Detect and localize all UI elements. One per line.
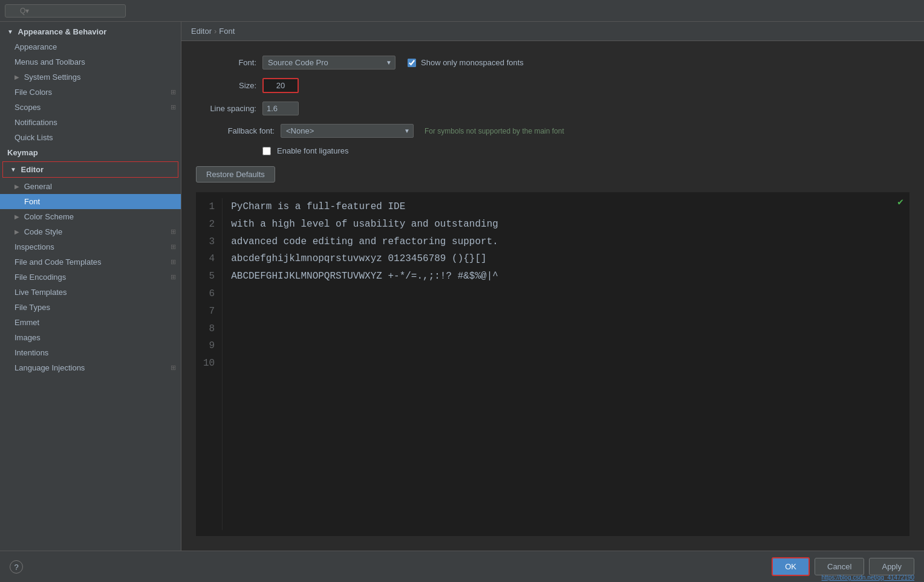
- sidebar-label: File Colors: [15, 88, 171, 97]
- sidebar-item-file-types[interactable]: File Types: [0, 300, 181, 315]
- font-select[interactable]: Source Code Pro: [262, 56, 395, 70]
- arrow-icon: ▼: [10, 166, 16, 173]
- apply-button[interactable]: Apply: [869, 558, 914, 575]
- content-area: Editor › Font Font: Source Code Pro ▼ Sh…: [181, 22, 924, 551]
- copy-icon: ⊞: [171, 258, 176, 266]
- sidebar-item-system-settings[interactable]: ▶ System Settings: [0, 70, 181, 85]
- sidebar-item-file-encodings[interactable]: File Encodings⊞: [0, 270, 181, 285]
- sidebar-item-menus-toolbars[interactable]: Menus and Toolbars: [0, 54, 181, 70]
- fallback-hint: For symbols not supported by the main fo…: [425, 127, 564, 135]
- sidebar-item-emmet[interactable]: Emmet: [0, 315, 181, 330]
- restore-defaults-wrapper: Restore Defaults: [196, 164, 909, 192]
- sidebar-label: Inspections: [15, 242, 171, 251]
- line-number: 3: [203, 233, 215, 251]
- breadcrumb: Editor › Font: [181, 22, 924, 41]
- copy-icon: ⊞: [171, 103, 176, 111]
- ligatures-checkbox[interactable]: [262, 147, 271, 155]
- preview-lines: PyCharm is a full-featured IDEwith a hig…: [223, 198, 909, 530]
- line-number: 6: [203, 285, 215, 303]
- checkmark-icon: ✔: [897, 196, 903, 208]
- sidebar-item-font[interactable]: Font: [0, 194, 181, 209]
- arrow-icon: ▶: [15, 213, 19, 220]
- sidebar-label: Quick Lists: [15, 133, 176, 142]
- line-number: 2: [203, 216, 215, 233]
- ligatures-label: Enable font ligatures: [277, 146, 349, 155]
- sidebar-label: Intentions: [15, 348, 176, 357]
- sidebar-label: Appearance: [15, 42, 176, 51]
- sidebar-label: Keymap: [7, 148, 176, 157]
- sidebar-item-appearance[interactable]: Appearance: [0, 39, 181, 54]
- search-input[interactable]: [5, 4, 126, 18]
- sidebar-item-scopes[interactable]: Scopes⊞: [0, 100, 181, 115]
- sidebar-item-color-scheme[interactable]: ▶ Color Scheme: [0, 209, 181, 224]
- sidebar-item-editor[interactable]: ▼ Editor: [2, 161, 178, 178]
- sidebar-item-intentions[interactable]: Intentions: [0, 345, 181, 360]
- copy-icon: ⊞: [171, 273, 176, 281]
- sidebar-item-file-colors[interactable]: File Colors⊞: [0, 85, 181, 100]
- sidebar-item-file-code-templates[interactable]: File and Code Templates⊞: [0, 254, 181, 270]
- sidebar-item-live-templates[interactable]: Live Templates: [0, 285, 181, 300]
- sidebar-item-general[interactable]: ▶ General: [0, 179, 181, 194]
- sidebar-item-inspections[interactable]: Inspections⊞: [0, 239, 181, 254]
- breadcrumb-current: Font: [219, 27, 235, 36]
- copy-icon: ⊞: [171, 88, 176, 96]
- copy-icon: ⊞: [171, 364, 176, 372]
- top-bar: 🔍: [0, 0, 924, 22]
- line-number: 9: [203, 337, 215, 355]
- arrow-icon: ▶: [15, 228, 19, 235]
- line-number: 5: [203, 268, 215, 285]
- sidebar-item-language-injections[interactable]: Language Injections⊞: [0, 360, 181, 375]
- sidebar-label: General: [24, 182, 176, 191]
- sidebar-item-code-style[interactable]: ▶ Code Style⊞: [0, 224, 181, 239]
- sidebar-label: System Settings: [24, 73, 176, 82]
- sidebar-item-keymap[interactable]: Keymap: [0, 145, 181, 160]
- ok-button[interactable]: OK: [772, 557, 810, 576]
- breadcrumb-separator: ›: [214, 27, 216, 36]
- bottom-link[interactable]: https://blog.csdn.net/qq_41472190: [822, 574, 914, 581]
- preview-line: abcdefghijklmnopqrstuvwxyz 0123456789 ()…: [231, 250, 901, 268]
- line-spacing-input[interactable]: [262, 102, 299, 115]
- fallback-dropdown-wrapper: <None> ▼: [281, 124, 414, 138]
- sidebar-label: Language Injections: [15, 363, 171, 372]
- main-layout: ▼ Appearance & BehaviorAppearanceMenus a…: [0, 22, 924, 551]
- sidebar-label: File and Code Templates: [15, 257, 171, 267]
- fallback-font-label: Fallback font:: [196, 126, 275, 135]
- sidebar-label: Color Scheme: [24, 212, 176, 221]
- monospaced-checkbox[interactable]: [408, 59, 416, 67]
- preview-line: advanced code editing and refactoring su…: [231, 233, 901, 251]
- restore-defaults-button[interactable]: Restore Defaults: [196, 166, 275, 183]
- fallback-font-row: Fallback font: <None> ▼ For symbols not …: [196, 124, 909, 138]
- font-row: Font: Source Code Pro ▼ Show only monosp…: [196, 56, 909, 70]
- sidebar-item-notifications[interactable]: Notifications: [0, 115, 181, 130]
- bottom-bar: ? OK Cancel Apply https://blog.csdn.net/…: [0, 551, 924, 582]
- sidebar-item-quick-lists[interactable]: Quick Lists: [0, 130, 181, 145]
- sidebar-item-appearance-behavior[interactable]: ▼ Appearance & Behavior: [0, 24, 181, 39]
- monospaced-label: Show only monospaced fonts: [421, 58, 524, 67]
- sidebar-label: Font: [24, 197, 176, 206]
- preview-area: 12345678910 PyCharm is a full-featured I…: [196, 192, 909, 536]
- search-wrapper: 🔍: [5, 4, 126, 18]
- cancel-button[interactable]: Cancel: [815, 558, 864, 575]
- size-input[interactable]: [262, 78, 299, 93]
- help-icon[interactable]: ?: [10, 560, 23, 574]
- sidebar-label: Appearance & Behavior: [18, 27, 176, 36]
- sidebar-label: Notifications: [15, 118, 176, 127]
- sidebar-label: Code Style: [24, 227, 171, 236]
- fallback-font-select[interactable]: <None>: [281, 124, 414, 138]
- line-number: 8: [203, 320, 215, 338]
- arrow-icon: ▶: [15, 183, 19, 190]
- sidebar-label: Editor: [21, 165, 173, 174]
- line-number: 1: [203, 198, 215, 216]
- breadcrumb-parent[interactable]: Editor: [191, 27, 212, 36]
- line-number: 7: [203, 303, 215, 320]
- sidebar-label: Images: [15, 333, 176, 342]
- sidebar-item-images[interactable]: Images: [0, 330, 181, 345]
- line-spacing-row: Line spacing:: [196, 102, 909, 115]
- line-spacing-label: Line spacing:: [196, 104, 256, 113]
- size-row: Size:: [196, 78, 909, 93]
- preview-line: with a high level of usability and outst…: [231, 216, 901, 233]
- sidebar-label: Menus and Toolbars: [15, 57, 176, 66]
- sidebar-label: Live Templates: [15, 288, 176, 297]
- sidebar-label: Scopes: [15, 103, 171, 112]
- preview-line: PyCharm is a full-featured IDE: [231, 198, 901, 216]
